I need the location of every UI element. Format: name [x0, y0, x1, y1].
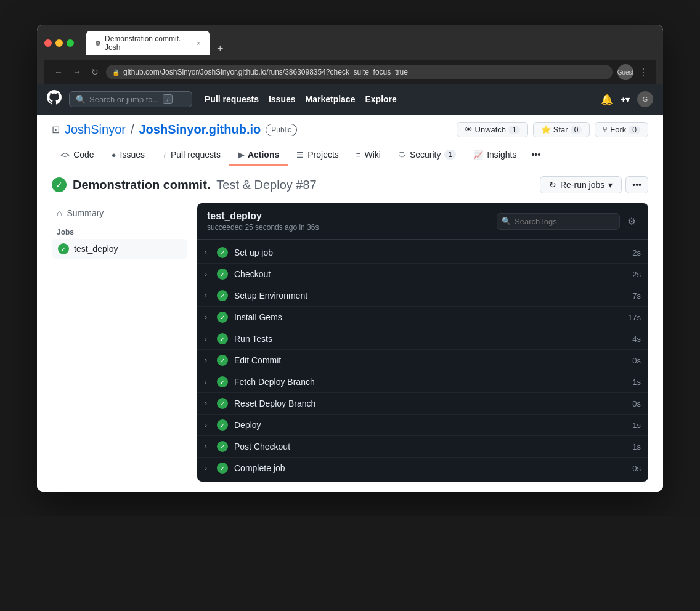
step-row[interactable]: › ✓ Reset Deploy Branch 0s [197, 393, 648, 415]
step-row[interactable]: › ✓ Edit Commit 0s [197, 350, 648, 371]
repo-tabs: <> Code ● Issues ⑂ Pull requests ▶ Actio… [52, 145, 648, 166]
step-row[interactable]: › ✓ Install Gems 17s [197, 307, 648, 328]
logs-job-meta: succeeded 25 seconds ago in 36s [207, 223, 319, 232]
chevron-right-icon: › [205, 378, 212, 386]
nav-explore[interactable]: Explore [365, 94, 396, 104]
nav-marketplace[interactable]: Marketplace [306, 94, 356, 104]
nav-pull-requests[interactable]: Pull requests [205, 94, 259, 104]
watch-count: 1 [508, 126, 520, 134]
chevron-right-icon: › [205, 356, 212, 365]
browser-controls: ⚙ Demonstration commit. · Josh ✕ + [44, 31, 656, 55]
step-row[interactable]: › ✓ Setup Environment 7s [197, 285, 648, 307]
repo-name-link[interactable]: JoshSinyor.github.io [139, 123, 261, 137]
logs-settings-button[interactable]: ⚙ [625, 213, 638, 230]
step-success-icon: ✓ [217, 312, 228, 323]
tab-pull-requests[interactable]: ⑂ Pull requests [153, 145, 229, 166]
tab-security[interactable]: 🛡 Security 1 [389, 145, 465, 166]
tab-actions-label: Actions [248, 150, 279, 160]
tab-insights[interactable]: 📈 Insights [465, 145, 525, 166]
repo-owner-link[interactable]: JoshSinyor [65, 123, 126, 137]
create-new-button[interactable]: +▾ [621, 95, 630, 104]
step-row[interactable]: › ✓ Checkout 2s [197, 264, 648, 285]
tab-close-icon[interactable]: ✕ [196, 40, 201, 47]
sidebar-summary-link[interactable]: ⌂ Summary [52, 203, 187, 223]
tab-more[interactable]: ••• [525, 145, 547, 166]
chevron-right-icon: › [205, 334, 212, 343]
step-row[interactable]: › ✓ Run Tests 4s [197, 328, 648, 350]
rerun-label: Re-run jobs [560, 180, 604, 190]
star-button[interactable]: ⭐ Star 0 [533, 122, 590, 137]
repo-title-row: ⊡ JoshSinyor / JoshSinyor.github.io Publ… [52, 122, 648, 137]
search-icon: 🔍 [76, 95, 86, 104]
address-input[interactable] [106, 65, 612, 79]
watch-label: Unwatch [475, 125, 507, 134]
tab-actions[interactable]: ▶ Actions [229, 145, 288, 166]
workflow-header: ✓ Demonstration commit. Test & Deploy #8… [52, 176, 648, 193]
security-icon: 🛡 [398, 150, 406, 160]
sidebar-job-label: test_deploy [74, 244, 118, 254]
tab-pull-requests-label: Pull requests [171, 150, 221, 160]
step-success-icon: ✓ [217, 376, 228, 387]
step-row[interactable]: › ✓ Complete job 0s [197, 458, 648, 479]
workflow-more-button[interactable]: ••• [625, 176, 648, 193]
step-duration: 0s [632, 399, 641, 408]
back-button[interactable]: ← [52, 66, 65, 78]
refresh-button[interactable]: ↻ [89, 66, 101, 78]
new-tab-button[interactable]: + [212, 42, 229, 55]
step-row[interactable]: › ✓ Fetch Deploy Branch 1s [197, 371, 648, 393]
active-tab[interactable]: ⚙ Demonstration commit. · Josh ✕ [86, 31, 210, 55]
forward-button[interactable]: → [70, 66, 84, 78]
github-search[interactable]: 🔍 Search or jump to... / [69, 91, 192, 107]
notifications-icon[interactable]: 🔔 [601, 94, 613, 105]
home-icon: ⌂ [57, 208, 62, 218]
fork-button[interactable]: ⑂ Fork 0 [595, 122, 648, 137]
workflow-title: Demonstration commit. [73, 178, 210, 192]
watch-button[interactable]: 👁 Unwatch 1 [457, 122, 528, 137]
logs-search-input[interactable] [497, 213, 620, 230]
fork-label: Fork [610, 125, 626, 134]
step-success-icon: ✓ [217, 398, 228, 409]
tab-projects[interactable]: ☰ Projects [288, 145, 348, 166]
search-slash-badge: / [163, 94, 172, 104]
projects-icon: ☰ [296, 150, 304, 160]
star-icon: ⭐ [541, 125, 551, 134]
rerun-jobs-button[interactable]: ↻ Re-run jobs ▾ [540, 176, 622, 193]
chevron-right-icon: › [205, 421, 212, 429]
tab-code[interactable]: <> Code [52, 145, 103, 166]
tab-insights-label: Insights [487, 150, 516, 160]
repo-header: ⊡ JoshSinyor / JoshSinyor.github.io Publ… [37, 115, 663, 166]
logs-search-icon: 🔍 [502, 217, 511, 225]
github-header: 🔍 Search or jump to... / Pull requests I… [37, 84, 663, 115]
logs-job-title: test_deploy [207, 211, 319, 222]
step-success-icon: ✓ [217, 441, 228, 452]
logs-panel-header: test_deploy succeeded 25 seconds ago in … [197, 203, 648, 240]
wiki-icon: ≡ [356, 150, 361, 160]
nav-issues[interactable]: Issues [269, 94, 296, 104]
step-duration: 2s [632, 248, 641, 257]
github-nav: Pull requests Issues Marketplace Explore [205, 94, 397, 104]
job-success-icon: ✓ [58, 243, 69, 254]
maximize-button[interactable] [67, 39, 74, 47]
tab-wiki-label: Wiki [364, 150, 380, 160]
browser-more-button[interactable]: ⋮ [638, 67, 648, 78]
star-label: Star [553, 125, 568, 134]
step-success-icon: ✓ [217, 463, 228, 474]
insights-icon: 📈 [473, 150, 483, 160]
close-button[interactable] [44, 39, 52, 47]
sidebar-job-test-deploy[interactable]: ✓ test_deploy [52, 239, 187, 259]
step-row[interactable]: › ✓ Deploy 1s [197, 415, 648, 436]
step-row[interactable]: › ✓ Set up job 2s [197, 242, 648, 264]
eye-icon: 👁 [465, 125, 473, 134]
user-avatar[interactable]: G [637, 91, 653, 107]
step-row[interactable]: › ✓ Post Checkout 1s [197, 436, 648, 458]
minimize-button[interactable] [55, 39, 63, 47]
logs-header-actions: 🔍 ⚙ [497, 213, 638, 230]
tab-wiki[interactable]: ≡ Wiki [348, 145, 389, 166]
more-tabs-icon: ••• [531, 150, 540, 160]
step-success-icon: ✓ [217, 419, 228, 431]
profile-button[interactable]: Guest [617, 64, 633, 80]
tab-issues[interactable]: ● Issues [103, 145, 153, 166]
repo-icon: ⊡ [52, 124, 60, 136]
tab-issues-label: Issues [120, 150, 145, 160]
github-content: 🔍 Search or jump to... / Pull requests I… [37, 84, 663, 492]
